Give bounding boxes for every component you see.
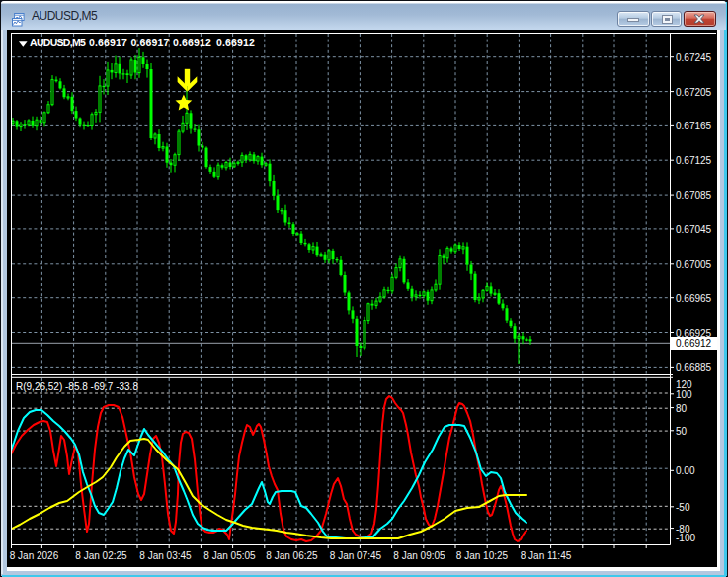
svg-text:8 Jan 07:45: 8 Jan 07:45 <box>330 550 382 561</box>
svg-text:0.67125: 0.67125 <box>676 155 712 166</box>
svg-text:0.67045: 0.67045 <box>676 224 712 235</box>
svg-text:8 Jan 02:25: 8 Jan 02:25 <box>75 550 127 561</box>
svg-text:0.66965: 0.66965 <box>676 293 712 304</box>
svg-text:-50: -50 <box>676 502 690 513</box>
svg-text:0.66917: 0.66917 <box>131 37 170 48</box>
svg-text:-100: -100 <box>676 533 695 543</box>
svg-text:8 Jan 2026: 8 Jan 2026 <box>10 550 59 561</box>
svg-text:AUDUSD,M5: AUDUSD,M5 <box>30 37 86 48</box>
svg-text:0.67085: 0.67085 <box>676 190 712 201</box>
svg-text:8 Jan 03:45: 8 Jan 03:45 <box>139 550 192 561</box>
svg-text:0.00: 0.00 <box>676 465 695 476</box>
svg-text:0.66912: 0.66912 <box>676 338 712 349</box>
svg-text:0.66885: 0.66885 <box>676 362 712 372</box>
svg-text:8 Jan 11:45: 8 Jan 11:45 <box>521 550 572 561</box>
svg-text:0.67165: 0.67165 <box>676 121 712 131</box>
svg-text:0.66912: 0.66912 <box>216 37 255 48</box>
svg-text:8 Jan 10:25: 8 Jan 10:25 <box>456 550 509 561</box>
svg-text:8 Jan 09:05: 8 Jan 09:05 <box>393 550 445 561</box>
svg-text:0.67205: 0.67205 <box>676 87 712 98</box>
svg-text:50: 50 <box>676 426 688 437</box>
svg-text:0.67005: 0.67005 <box>676 259 712 270</box>
svg-text:0.67245: 0.67245 <box>676 52 712 63</box>
svg-text:0.66912: 0.66912 <box>173 37 211 48</box>
svg-text:8 Jan 06:25: 8 Jan 06:25 <box>266 550 318 561</box>
svg-text:8 Jan 05:05: 8 Jan 05:05 <box>203 550 256 561</box>
svg-text:0.66917: 0.66917 <box>89 37 127 48</box>
svg-text:R(9,26,52) -85.8 -69.7 -33.8: R(9,26,52) -85.8 -69.7 -33.8 <box>16 381 138 392</box>
svg-text:0.66925: 0.66925 <box>676 328 712 339</box>
svg-text:100: 100 <box>676 389 692 400</box>
svg-text:80: 80 <box>676 403 688 414</box>
